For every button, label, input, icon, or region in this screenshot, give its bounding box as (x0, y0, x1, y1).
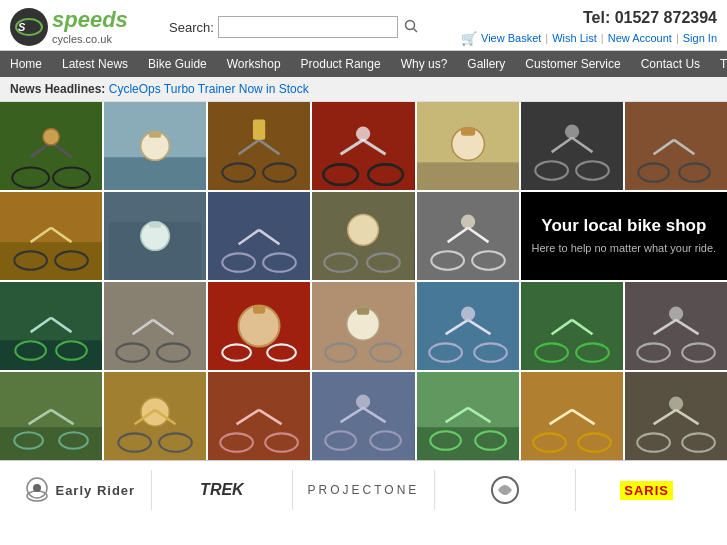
grid-cell-16[interactable] (208, 282, 310, 370)
grid-cell-6[interactable] (521, 102, 623, 190)
nav-workshop[interactable]: Workshop (217, 51, 291, 77)
svg-point-35 (565, 125, 579, 139)
search-button[interactable] (402, 17, 420, 38)
promo-subtitle: Here to help no matter what your ride. (532, 241, 717, 256)
grid-cell-9[interactable] (104, 192, 206, 280)
svg-point-113 (141, 398, 170, 427)
early-rider-logo-icon (25, 476, 49, 504)
nav-contact-us[interactable]: Contact Us (631, 51, 710, 77)
brand-early-rider-label: Early Rider (55, 483, 135, 498)
svg-rect-60 (417, 192, 519, 280)
svg-rect-67 (0, 340, 102, 370)
grid-cell-18[interactable] (417, 282, 519, 370)
brand-generic[interactable] (435, 469, 577, 511)
nav-gallery[interactable]: Gallery (457, 51, 515, 77)
svg-point-92 (460, 307, 474, 321)
brand-early-rider[interactable]: Early Rider (10, 470, 152, 510)
nav-why-us[interactable]: Why us? (391, 51, 458, 77)
grid-cell-22[interactable] (104, 372, 206, 460)
svg-point-65 (460, 215, 474, 229)
brand4-logo-icon (490, 475, 520, 505)
wish-list-link[interactable]: Wish List (552, 32, 597, 44)
grid-cell-17[interactable] (312, 282, 414, 370)
nav-twitter[interactable]: Twitter (710, 51, 727, 77)
photo-grid: Your local bike shop Here to help no mat… (0, 102, 727, 460)
search-label: Search: (169, 20, 214, 35)
grid-cell-26[interactable] (521, 372, 623, 460)
view-basket-link[interactable]: View Basket (481, 32, 541, 44)
svg-rect-19 (253, 119, 265, 139)
svg-point-146 (33, 484, 41, 492)
news-label: News Headlines: (10, 82, 105, 96)
logo-brand: speeds (52, 9, 128, 31)
svg-line-3 (413, 28, 417, 32)
basket-icon: 🛒 (461, 31, 477, 46)
grid-cell-19[interactable] (521, 282, 623, 370)
logo[interactable]: S speeds-cycles speeds cycles.co.uk (10, 8, 128, 46)
brand-saris-label: SARIS (620, 481, 673, 500)
grid-cell-5[interactable] (417, 102, 519, 190)
grid-cell-7[interactable] (625, 102, 727, 190)
svg-point-9 (43, 129, 59, 145)
grid-cell-8[interactable] (0, 192, 102, 280)
header: S speeds-cycles speeds cycles.co.uk Sear… (0, 0, 727, 51)
svg-rect-4 (0, 102, 102, 190)
svg-rect-29 (460, 128, 474, 136)
grid-cell-25[interactable] (417, 372, 519, 460)
svg-point-2 (405, 20, 414, 29)
brand-trek-label: TREK (200, 481, 244, 499)
brand-trek[interactable]: TREK (152, 470, 294, 510)
nav-customer-service[interactable]: Customer Service (515, 51, 630, 77)
grid-cell-27[interactable] (625, 372, 727, 460)
svg-text:S: S (18, 21, 26, 33)
svg-point-59 (348, 215, 379, 246)
svg-rect-20 (312, 102, 414, 190)
logo-icon: S (10, 8, 48, 46)
svg-point-143 (669, 397, 683, 411)
svg-rect-121 (312, 372, 414, 460)
grid-cell-3[interactable] (208, 102, 310, 190)
svg-point-126 (356, 395, 370, 409)
svg-rect-30 (521, 102, 623, 190)
nav-home[interactable]: Home (0, 51, 52, 77)
svg-rect-50 (149, 222, 161, 228)
phone-number: Tel: 01527 872394 (461, 9, 717, 27)
grid-cell-4[interactable] (312, 102, 414, 190)
brand-bar: Early Rider TREK PROJECTONE SARIS (0, 460, 727, 519)
brand-project-one-label: PROJECTONE (308, 483, 420, 497)
search-icon (404, 19, 418, 33)
svg-rect-11 (104, 157, 206, 190)
grid-cell-15[interactable] (104, 282, 206, 370)
promo-title: Your local bike shop (541, 215, 706, 237)
nav-bike-guide[interactable]: Bike Guide (138, 51, 217, 77)
news-headline[interactable]: CycleOps Turbo Trainer Now in Stock (109, 82, 309, 96)
brand-project-one[interactable]: PROJECTONE (293, 470, 435, 510)
nav-latest-news[interactable]: Latest News (52, 51, 138, 77)
grid-cell-12[interactable] (417, 192, 519, 280)
svg-rect-27 (417, 162, 519, 190)
grid-cell-10[interactable] (208, 192, 310, 280)
main-nav: Home Latest News Bike Guide Workshop Pro… (0, 51, 727, 77)
grid-cell-24[interactable] (312, 372, 414, 460)
svg-rect-79 (253, 306, 265, 314)
svg-point-25 (356, 127, 370, 141)
svg-rect-84 (357, 308, 369, 315)
svg-point-103 (669, 307, 683, 321)
grid-cell-11[interactable] (312, 192, 414, 280)
account-links: 🛒 View Basket | Wish List | New Account … (461, 31, 717, 46)
nav-product-range[interactable]: Product Range (291, 51, 391, 77)
new-account-link[interactable]: New Account (608, 32, 672, 44)
promo-cell[interactable]: Your local bike shop Here to help no mat… (521, 192, 727, 280)
grid-cell-14[interactable] (0, 282, 102, 370)
top-right: Tel: 01527 872394 🛒 View Basket | Wish L… (461, 9, 717, 46)
grid-cell-21[interactable] (0, 372, 102, 460)
brand-saris[interactable]: SARIS (576, 470, 717, 510)
search-input[interactable] (218, 16, 398, 38)
grid-cell-20[interactable] (625, 282, 727, 370)
grid-cell-1[interactable] (0, 102, 102, 190)
logo-sub: cycles.co.uk (52, 33, 128, 45)
grid-cell-23[interactable] (208, 372, 310, 460)
sign-in-link[interactable]: Sign In (683, 32, 717, 44)
svg-rect-13 (149, 132, 161, 138)
grid-cell-2[interactable] (104, 102, 206, 190)
